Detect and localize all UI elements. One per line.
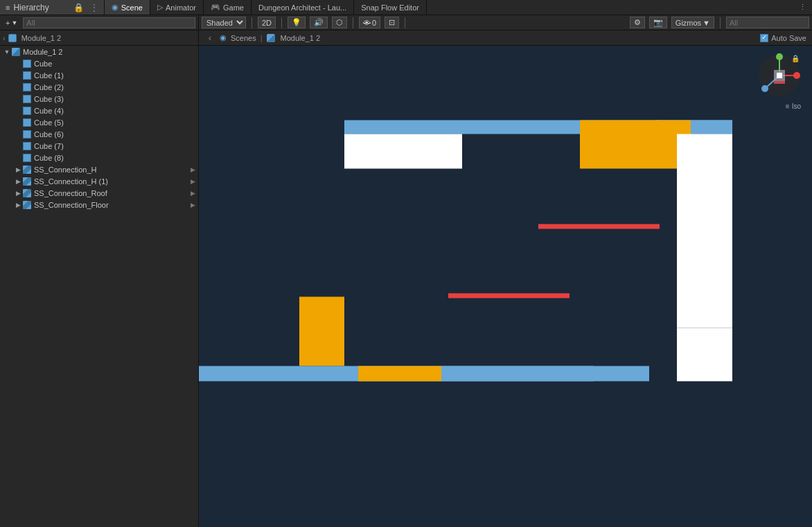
tree-item-cube-6[interactable]: Cube (6) bbox=[0, 128, 198, 140]
scenes-crumb-label[interactable]: Scenes bbox=[231, 34, 256, 42]
snap-flow-editor-tab[interactable]: Snap Flow Editor bbox=[354, 0, 427, 15]
hidden-count: 0 bbox=[372, 19, 376, 27]
tree-item-cube-3[interactable]: Cube (3) bbox=[0, 93, 198, 105]
hierarchy-search-input[interactable] bbox=[23, 17, 195, 28]
hierarchy-tab[interactable]: ≡ Hierarchy 🔒 ⋮ bbox=[0, 0, 105, 15]
more-tabs-icon: ⋮ bbox=[799, 3, 806, 12]
tree-item-module[interactable]: ▼ Module_1 2 bbox=[0, 46, 198, 57]
gizmos-button[interactable]: Gizmos ▼ bbox=[671, 17, 714, 28]
more-tabs-btn[interactable]: ⋮ bbox=[793, 0, 812, 15]
top-tab-bar: ≡ Hierarchy 🔒 ⋮ ◉ Scene ▷ Animator 🎮 Gam… bbox=[0, 0, 812, 15]
tree-item-cube-0[interactable]: Cube bbox=[0, 57, 198, 69]
scene-back-arrow[interactable]: ‹ bbox=[3, 34, 6, 42]
snap-flow-editor-tab-label: Snap Flow Editor bbox=[361, 3, 419, 12]
cube8-icon bbox=[22, 153, 32, 163]
auto-save-toggle[interactable]: Auto Save bbox=[760, 34, 806, 42]
settings-button[interactable]: ⚙ bbox=[630, 17, 645, 28]
tree-item-cube-4[interactable]: Cube (4) bbox=[0, 105, 198, 116]
scene-hide-toggle[interactable]: ⊡ bbox=[385, 17, 399, 28]
scene-path-label: Module_1 2 bbox=[21, 34, 62, 42]
tree-item-cube-8[interactable]: Cube (8) bbox=[0, 152, 198, 163]
audio-icon: 🔊 bbox=[314, 18, 324, 27]
scene-toolbar: Shaded 2D 💡 🔊 ⬡ 👁 0 ⊡ bbox=[199, 15, 812, 30]
svg-rect-26 bbox=[777, 73, 782, 78]
cube4-label: Cube (4) bbox=[34, 107, 64, 115]
effects-toggle[interactable]: ⬡ bbox=[332, 17, 347, 28]
2d-button[interactable]: 2D bbox=[258, 17, 276, 28]
svg-rect-2 bbox=[580, 120, 660, 176]
tree-item-cube-7[interactable]: Cube (7) bbox=[0, 140, 198, 152]
ss-conn-floor-right-arrow: ▶ bbox=[191, 202, 198, 208]
dungeon-architect-tab[interactable]: Dungeon Architect - Lau... bbox=[251, 0, 354, 15]
tree-item-cube-1[interactable]: Cube (1) bbox=[0, 69, 198, 81]
game-tab-icon: 🎮 bbox=[211, 3, 220, 12]
tree-item-ss-conn-h1[interactable]: ▶ SS_Connection_H (1) ▶ bbox=[0, 175, 198, 187]
hidden-toggle[interactable]: 👁 0 bbox=[359, 17, 380, 28]
cube8-label: Cube (8) bbox=[34, 154, 64, 162]
scene-viewport[interactable]: ≡ Iso y bbox=[199, 46, 812, 527]
toolbar-sep-5 bbox=[720, 17, 721, 28]
tree-item-cube-2[interactable]: Cube (2) bbox=[0, 81, 198, 93]
svg-rect-14 bbox=[677, 328, 732, 382]
cube0-label: Cube bbox=[34, 60, 52, 68]
expand-arrow-cube6 bbox=[14, 130, 22, 139]
gizmo-svg: y x 🔒 bbox=[755, 51, 804, 100]
cube3-icon bbox=[22, 94, 32, 104]
tree-item-ss-conn-roof[interactable]: ▶ SS_Connection_Roof ▶ bbox=[0, 187, 198, 199]
ss-conn-roof-icon bbox=[22, 188, 32, 198]
hierarchy-more-icon[interactable]: ⋮ bbox=[90, 3, 98, 12]
expand-arrow-ssfloor: ▶ bbox=[14, 201, 22, 209]
animator-tab-label: Animator bbox=[166, 3, 196, 12]
effects-icon: ⬡ bbox=[336, 18, 343, 27]
svg-text:y: y bbox=[777, 51, 780, 57]
svg-rect-12 bbox=[358, 366, 441, 382]
crumb-sep: | bbox=[261, 34, 263, 42]
expand-arrow-cube8 bbox=[14, 154, 22, 162]
scene-tab[interactable]: ◉ Scene bbox=[105, 0, 150, 15]
ss-conn-h1-icon bbox=[22, 177, 32, 186]
scene-search-input[interactable] bbox=[726, 17, 809, 28]
auto-save-label: Auto Save bbox=[771, 34, 806, 42]
module-crumb-label[interactable]: Module_1 2 bbox=[281, 34, 321, 42]
add-object-button[interactable]: + ▼ bbox=[3, 18, 20, 28]
ss-conn-h1-right-arrow: ▶ bbox=[191, 178, 198, 185]
cube2-icon bbox=[22, 82, 32, 92]
shading-dropdown[interactable]: Shaded bbox=[202, 17, 246, 28]
expand-arrow-cube5 bbox=[14, 118, 22, 127]
add-icon: + bbox=[6, 19, 10, 27]
scene-back-btn[interactable]: ‹ bbox=[204, 33, 215, 44]
svg-rect-6 bbox=[379, 169, 677, 328]
scene-tab-label: Scene bbox=[121, 3, 143, 12]
expand-arrow-module: ▼ bbox=[3, 48, 11, 56]
camera-icon: 📷 bbox=[653, 18, 663, 27]
cube6-label: Cube (6) bbox=[34, 130, 64, 139]
cube1-label: Cube (1) bbox=[34, 71, 64, 80]
toolbar-sep-2 bbox=[281, 17, 282, 28]
svg-rect-5 bbox=[677, 134, 732, 328]
tree-item-ss-conn-floor[interactable]: ▶ SS_Connection_Floor ▶ bbox=[0, 199, 198, 211]
scene-hide-icon: ⊡ bbox=[389, 18, 395, 27]
gizmos-arrow-icon: ▼ bbox=[703, 19, 710, 27]
tree-item-ss-conn-h[interactable]: ▶ SS_Connection_H ▶ bbox=[0, 163, 198, 175]
game-tab[interactable]: 🎮 Game bbox=[204, 0, 251, 15]
scenes-crumb-icon: ◉ bbox=[220, 33, 227, 42]
animator-tab[interactable]: ▷ Animator bbox=[150, 0, 204, 15]
cube2-label: Cube (2) bbox=[34, 83, 64, 91]
light-toggle[interactable]: 💡 bbox=[288, 17, 306, 28]
audio-toggle[interactable]: 🔊 bbox=[310, 17, 328, 28]
iso-text: Iso bbox=[792, 102, 801, 110]
cube7-icon bbox=[22, 141, 32, 151]
cube4-icon bbox=[22, 106, 32, 116]
toolbar-sep-3 bbox=[353, 17, 353, 28]
iso-label: ≡ Iso bbox=[786, 102, 801, 110]
scene-module-icon bbox=[8, 33, 19, 42]
module-crumb-icon bbox=[267, 34, 275, 42]
expand-arrow-cube2 bbox=[14, 83, 22, 91]
hierarchy-panel: + ▼ ‹ Module_1 2 ▼ Module_1 2 bbox=[0, 15, 199, 527]
camera-button[interactable]: 📷 bbox=[649, 17, 667, 28]
tree-item-cube-5[interactable]: Cube (5) bbox=[0, 116, 198, 128]
svg-rect-7 bbox=[344, 169, 379, 328]
svg-rect-27 bbox=[774, 81, 785, 84]
hierarchy-tree: ▼ Module_1 2 Cube Cube (1) Cube (2) bbox=[0, 46, 198, 527]
cube6-icon bbox=[22, 129, 32, 139]
